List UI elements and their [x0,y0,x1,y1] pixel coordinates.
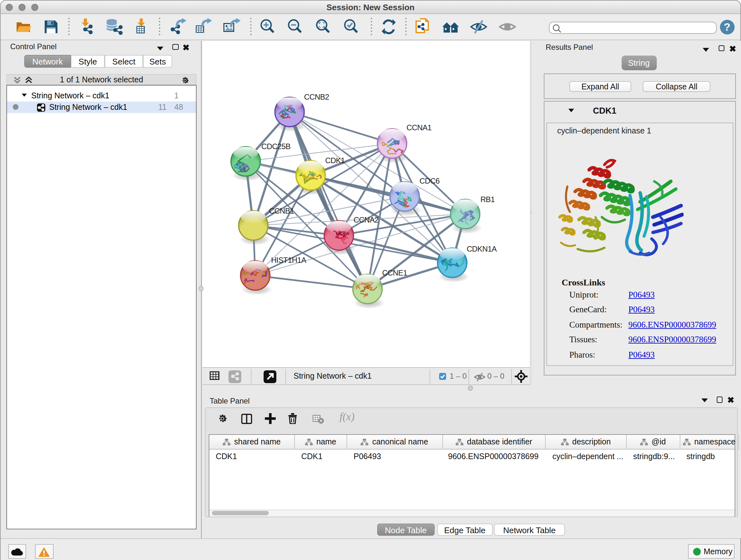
svg-text:CCNB2: CCNB2 [304,92,329,101]
svg-text:CDC6: CDC6 [419,176,440,185]
svg-text:CCNE1: CCNE1 [382,268,407,277]
svg-text:CCNA2: CCNA2 [353,215,379,224]
svg-text:RB1: RB1 [480,195,494,203]
svg-text:HIST1H1A: HIST1H1A [271,255,306,264]
svg-text:CCNB1: CCNB1 [269,206,294,215]
svg-text:CCNA1: CCNA1 [406,123,431,132]
svg-text:CDKN1A: CDKN1A [466,244,496,253]
svg-text:CDC25B: CDC25B [261,142,290,150]
svg-text:CDK1: CDK1 [325,156,345,165]
